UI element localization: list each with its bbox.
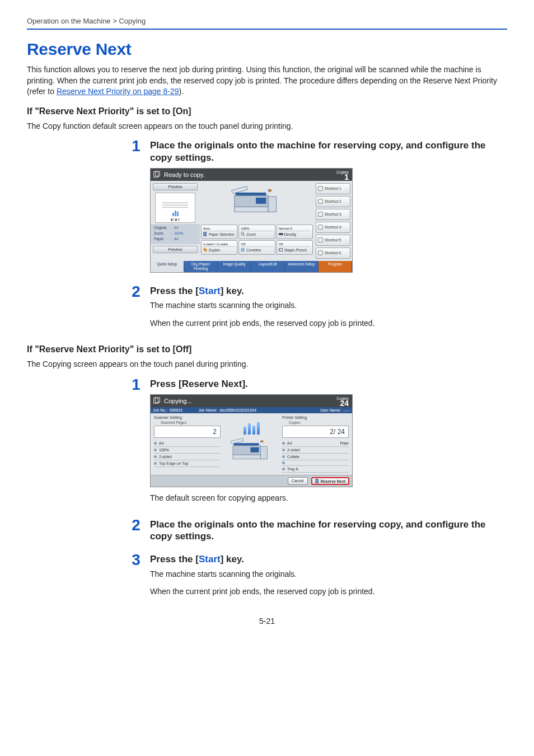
off-step-number-3: 3 <box>128 552 144 568</box>
scan-row: A4 <box>154 440 221 447</box>
divider <box>27 29 507 30</box>
off-step3-line1: The machine starts scanning the original… <box>150 569 507 580</box>
svg-rect-25 <box>261 446 268 459</box>
svg-rect-8 <box>268 189 270 192</box>
copies-progress-value: 2/ 24 <box>282 426 349 438</box>
panel2-status: Copying... <box>164 398 192 404</box>
page-title: Reserve Next <box>27 40 507 59</box>
panel2-copies-value: 24 <box>336 400 349 406</box>
step-number-2: 2 <box>128 284 144 300</box>
off-step1-post: The default screen for copying appears. <box>150 493 507 504</box>
duplex-button[interactable]: 1-sided >>1-sided Duplex <box>201 240 237 255</box>
job-info-bar: Job No.:000021 Job Name:doc2008101010103… <box>151 407 352 413</box>
scanned-pages-value: 2 <box>154 426 221 438</box>
shortcut-1-button[interactable]: Shortcut 1 <box>316 183 350 194</box>
copy-icon <box>153 171 161 179</box>
svg-line-11 <box>243 235 245 236</box>
scan-row: Top Edge on Top <box>154 460 221 467</box>
tab-program[interactable]: Program <box>318 261 352 272</box>
svg-rect-27 <box>261 441 262 442</box>
cancel-button[interactable]: Cancel <box>288 477 308 485</box>
combine-button[interactable]: Off Combine <box>238 240 275 255</box>
svg-rect-15 <box>241 248 242 251</box>
print-row: 2-sided <box>282 447 349 454</box>
duplex-icon <box>203 248 208 252</box>
print-row <box>282 460 349 466</box>
copier-illustration <box>201 183 313 223</box>
svg-rect-12 <box>279 234 283 235</box>
paper-icon <box>203 232 208 236</box>
svg-rect-5 <box>235 207 268 212</box>
panel1-copies-value: 1 <box>336 174 349 180</box>
panel2-topbar: Copying... Copies 24 <box>151 395 352 407</box>
paper-selection-button[interactable]: Auto Paper Selection <box>201 225 237 239</box>
intro-text-b: ). <box>179 87 184 96</box>
panel1-topbar: Ready to copy. Copies 1 <box>151 169 352 181</box>
shortcut-icon <box>318 212 323 217</box>
preview-thumbnail: ◐ ◑ ≡ <box>155 193 195 223</box>
progress-animation-icon <box>243 421 260 435</box>
staple-icon <box>279 248 283 252</box>
svg-rect-16 <box>243 248 244 251</box>
shortcut-4-button[interactable]: Shortcut 4 <box>316 222 350 233</box>
zoom-icon <box>241 232 245 236</box>
combine-icon <box>241 248 245 252</box>
shortcut-icon <box>318 225 323 230</box>
reserve-icon <box>315 479 320 483</box>
step2-title: Press the [Start] key. <box>150 285 507 297</box>
progress-column <box>224 413 279 475</box>
tab-image-quality[interactable]: Image Quality <box>218 261 251 272</box>
svg-rect-28 <box>315 479 318 483</box>
svg-point-18 <box>279 250 280 250</box>
svg-rect-21 <box>234 443 259 446</box>
heading-off: If "Reserve Next Priority" is set to [Of… <box>27 344 507 354</box>
page-number: 5-21 <box>27 617 507 626</box>
scan-row: 100% <box>154 447 221 454</box>
copying-panel: Copying... Copies 24 Job No.:000021 Job … <box>150 394 353 487</box>
print-row: Collate <box>282 454 349 460</box>
tab-advanced-setup[interactable]: Advanced Setup <box>285 261 318 272</box>
copy-ready-panel: Ready to copy. Copies 1 Preview <box>150 168 353 273</box>
shortcut-3-button[interactable]: Shortcut 3 <box>316 209 350 220</box>
shortcut-6-button[interactable]: Shortcut 6 <box>316 248 350 259</box>
off-step-number-2: 2 <box>128 517 144 533</box>
panel1-status: Ready to copy. <box>164 171 205 178</box>
svg-rect-9 <box>204 232 207 236</box>
printer-setting-column: Printer Setting Copies 2/ 24 A4Plain 2-s… <box>279 413 352 475</box>
density-button[interactable]: Normal 0 Density <box>277 225 313 239</box>
svg-rect-6 <box>268 197 277 212</box>
copy-icon <box>153 397 161 405</box>
panel1-tabbar: Quick Setup Org./Paper/ Finishing Image … <box>151 261 352 272</box>
heading-on: If "Reserve Next Priority" is set to [On… <box>27 106 507 116</box>
step2-line2: When the current print job ends, the res… <box>150 318 507 329</box>
off-step-number-1: 1 <box>128 377 144 393</box>
preview-button[interactable]: Preview <box>153 246 198 253</box>
tab-quick-setup[interactable]: Quick Setup <box>151 261 184 272</box>
step2-line1: The machine starts scanning the original… <box>150 300 507 311</box>
shortcut-icon <box>318 250 323 255</box>
preview-tab[interactable]: Preview <box>153 183 198 190</box>
staple-punch-button[interactable]: Off Staple /Punch <box>277 240 313 255</box>
print-row: Tray A <box>282 466 349 473</box>
svg-rect-23 <box>251 447 259 452</box>
shortcut-icon <box>318 237 323 242</box>
off-step3-line2: When the current print job ends, the res… <box>150 586 507 598</box>
shortcut-5-button[interactable]: Shortcut 5 <box>316 235 350 246</box>
off-step2-title: Place the originals onto the machine for… <box>150 519 507 543</box>
reserve-next-button[interactable]: Reserve Next <box>311 477 349 485</box>
off-step3-title: Press the [Start] key. <box>150 553 507 565</box>
svg-rect-14 <box>205 249 207 252</box>
tab-layout-edit[interactable]: Layout/Edit <box>251 261 285 272</box>
scanner-setting-column: Scanner Setting Scanned Pages 2 A4 100% … <box>151 413 224 475</box>
tab-org-paper-finishing[interactable]: Org./Paper/ Finishing <box>184 261 218 272</box>
svg-rect-24 <box>233 455 261 459</box>
breadcrumb: Operation on the Machine > Copying <box>27 17 507 25</box>
shortcut-icon <box>318 186 323 191</box>
zoom-button[interactable]: 100% Zoom <box>238 225 275 239</box>
reserve-next-priority-link[interactable]: Reserve Next Priority on page 8-29 <box>57 87 179 96</box>
copier-illustration <box>226 437 277 467</box>
shortcut-2-button[interactable]: Shortcut 2 <box>316 196 350 207</box>
off-step1-title: Press [Reserve Next]. <box>150 378 507 390</box>
scan-row: 2-sided <box>154 454 221 460</box>
svg-rect-2 <box>236 193 266 195</box>
